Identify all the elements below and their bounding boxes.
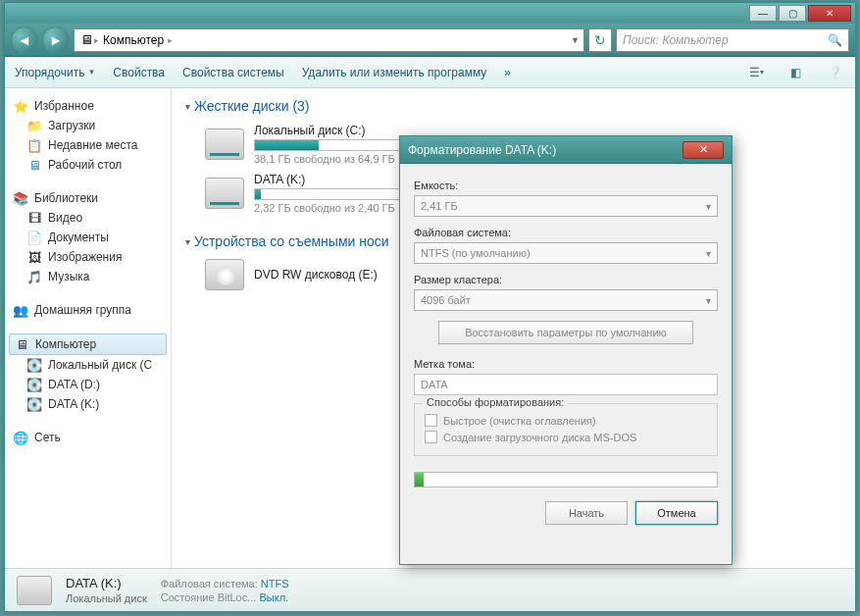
toolbar-overflow[interactable]: » — [504, 66, 511, 79]
sidebar-item-recent[interactable]: 📋Недавние места — [9, 135, 167, 155]
dropdown-icon[interactable]: ▼ — [571, 35, 580, 45]
search-icon: 🔍 — [828, 33, 842, 47]
start-button[interactable]: Начать — [545, 501, 628, 525]
forward-button[interactable]: ► — [42, 26, 70, 54]
sidebar-favorites[interactable]: ⭐Избранное — [9, 96, 167, 116]
capacity-bar — [254, 139, 411, 151]
sidebar-item-pictures[interactable]: 🖼Изображения — [9, 247, 167, 267]
search-input[interactable]: Поиск: Компьютер 🔍 — [616, 28, 849, 52]
quick-format-checkbox[interactable]: Быстрое (очистка оглавления) — [425, 412, 707, 429]
folder-icon: 📁 — [26, 118, 42, 133]
drive-icon — [17, 576, 52, 605]
preview-pane-button[interactable]: ◧ — [784, 62, 806, 83]
triangle-down-icon: ▾ — [185, 101, 190, 112]
view-mode-button[interactable]: ☰▾ — [745, 62, 767, 83]
drive-name: Локальный диск (C:) — [254, 124, 411, 137]
chevron-right-icon: ▸ — [168, 35, 173, 45]
sidebar-item-music[interactable]: 🎵Музыка — [9, 267, 167, 286]
triangle-down-icon: ▾ — [185, 236, 190, 247]
nav-row: ◄ ► 🖥 ▸ Компьютер ▸ ▼ ↻ Поиск: Компьютер… — [5, 24, 855, 57]
refresh-button[interactable]: ↻ — [588, 28, 612, 52]
organize-menu[interactable]: Упорядочить▼ — [15, 66, 95, 79]
uninstall-program-button[interactable]: Удалить или изменить программу — [302, 66, 487, 79]
sidebar-libraries[interactable]: 📚Библиотеки — [9, 188, 167, 208]
desktop-icon: 🖥 — [26, 157, 42, 173]
status-drive-name: DATA (K:) — [66, 576, 147, 590]
drive-icon: 💽 — [26, 377, 42, 392]
filesystem-select[interactable]: NTFS (по умолчанию) — [414, 242, 718, 264]
dialog-body: Емкость: 2,41 ГБ Файловая система: NTFS … — [400, 164, 732, 564]
capacity-select[interactable]: 2,41 ГБ — [414, 195, 718, 217]
dialog-titlebar[interactable]: Форматирование DATA (K:) ✕ — [400, 136, 732, 164]
computer-icon: 🖥 — [14, 336, 29, 352]
drive-icon — [205, 128, 244, 160]
dialog-title: Форматирование DATA (K:) — [408, 143, 556, 157]
capacity-label: Емкость: — [414, 180, 718, 191]
sidebar-item-drive-d[interactable]: 💽DATA (D:) — [9, 375, 167, 394]
recent-icon: 📋 — [26, 137, 42, 153]
sidebar-item-video[interactable]: 🎞Видео — [9, 208, 167, 228]
filesystem-label: Файловая система: — [414, 227, 718, 238]
libraries-icon: 📚 — [13, 190, 28, 206]
group-header-hdd[interactable]: ▾Жесткие диски (3) — [185, 98, 841, 114]
cancel-button[interactable]: Отмена — [635, 501, 718, 525]
checkbox-icon — [425, 414, 437, 427]
minimize-button[interactable]: — — [749, 5, 777, 22]
sidebar-item-downloads[interactable]: 📁Загрузки — [9, 116, 167, 135]
back-button[interactable]: ◄ — [11, 26, 38, 54]
drive-free-text: 38,1 ГБ свободно из 64,9 ГБ — [254, 153, 411, 165]
status-drive-type: Локальный диск — [66, 592, 147, 604]
sidebar-item-drive-c[interactable]: 💽Локальный диск (C — [9, 355, 167, 375]
close-button[interactable]: ✕ — [808, 5, 851, 22]
drive-name: DATA (K:) — [254, 173, 411, 186]
chevron-down-icon: ▼ — [87, 68, 95, 77]
status-bar: DATA (K:) Локальный диск Файловая систем… — [5, 568, 855, 611]
format-methods-fieldset: Способы форматирования: Быстрое (очистка… — [414, 403, 718, 456]
sidebar-item-drive-k[interactable]: 💽DATA (K:) — [9, 394, 167, 414]
drive-icon: 💽 — [26, 357, 42, 373]
progress-bar — [414, 472, 718, 488]
toolbar: Упорядочить▼ Свойства Свойства системы У… — [5, 57, 855, 88]
sidebar: ⭐Избранное 📁Загрузки 📋Недавние места 🖥Ра… — [5, 88, 172, 568]
cluster-label: Размер кластера: — [414, 274, 718, 285]
sidebar-item-desktop[interactable]: 🖥Рабочий стол — [9, 155, 167, 175]
volume-label-label: Метка тома: — [414, 358, 718, 370]
drive-icon: 💽 — [26, 396, 42, 412]
dialog-close-button[interactable]: ✕ — [683, 141, 724, 159]
breadcrumb-segment[interactable]: Компьютер — [99, 33, 168, 47]
drive-name: DVD RW дисковод (E:) — [254, 268, 378, 282]
checkbox-icon — [425, 431, 437, 443]
cluster-select[interactable]: 4096 байт — [414, 289, 718, 311]
maximize-button[interactable]: ▢ — [779, 5, 806, 22]
drive-c[interactable]: Локальный диск (C:) 38,1 ГБ свободно из … — [205, 120, 411, 169]
address-bar[interactable]: 🖥 ▸ Компьютер ▸ ▼ — [74, 28, 584, 52]
format-dialog: Форматирование DATA (K:) ✕ Емкость: 2,41… — [399, 135, 733, 565]
drive-free-text: 2,32 ГБ свободно из 2,40 ГБ — [254, 202, 411, 214]
properties-button[interactable]: Свойства — [113, 66, 165, 79]
dvd-icon — [205, 259, 244, 290]
video-icon: 🎞 — [26, 210, 42, 226]
computer-icon: 🖥 — [78, 32, 94, 48]
homegroup-icon: 👥 — [13, 302, 28, 318]
star-icon: ⭐ — [13, 98, 28, 114]
msdos-boot-checkbox[interactable]: Создание загрузочного диска MS-DOS — [425, 429, 707, 445]
status-fs-value: NTFS — [261, 578, 289, 590]
network-icon: 🌐 — [13, 430, 28, 445]
music-icon: 🎵 — [26, 269, 42, 284]
pictures-icon: 🖼 — [26, 249, 42, 265]
search-placeholder: Поиск: Компьютер — [623, 33, 729, 47]
system-properties-button[interactable]: Свойства системы — [182, 66, 284, 79]
titlebar: — ▢ ✕ — [5, 3, 855, 24]
capacity-bar — [254, 188, 411, 200]
drive-icon — [205, 178, 244, 209]
sidebar-network[interactable]: 🌐Сеть — [9, 428, 167, 447]
status-bitlocker-value: Выкл. — [259, 591, 288, 603]
help-button[interactable]: ❔ — [824, 62, 845, 83]
restore-defaults-button[interactable]: Восстановить параметры по умолчанию — [438, 321, 693, 344]
sidebar-computer[interactable]: 🖥Компьютер — [9, 334, 167, 355]
sidebar-homegroup[interactable]: 👥Домашняя группа — [9, 300, 167, 320]
sidebar-item-documents[interactable]: 📄Документы — [9, 228, 167, 247]
fieldset-legend: Способы форматирования: — [423, 396, 568, 408]
volume-label-input[interactable]: DATA — [414, 374, 718, 395]
document-icon: 📄 — [26, 230, 42, 245]
